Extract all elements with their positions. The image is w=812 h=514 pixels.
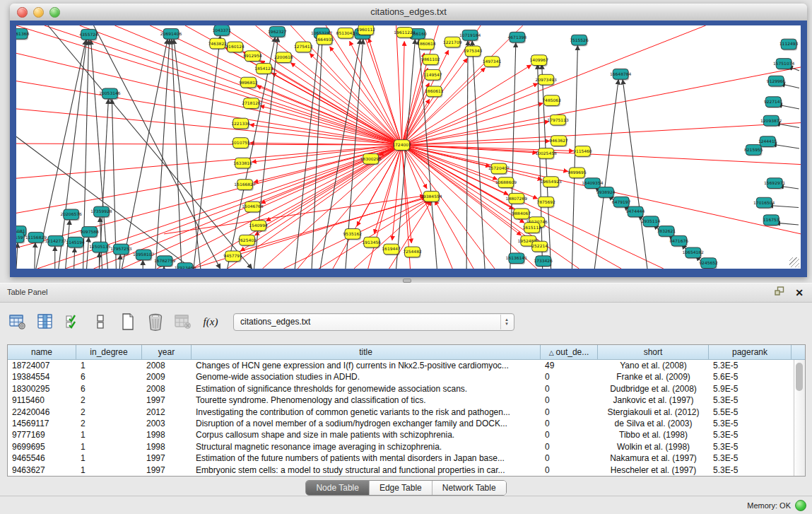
graph-node[interactable]: 2200618 (274, 52, 293, 64)
graph-node[interactable]: 2935114 (642, 216, 661, 228)
graph-node[interactable]: 15692971 (764, 178, 786, 189)
table-row[interactable]: 911546021997Tourette syndrome. Phenomeno… (8, 395, 794, 406)
table-row[interactable]: 1872400712008Changes of HCN gene express… (8, 360, 794, 371)
network-window-titlebar[interactable]: citations_edges.txt (10, 4, 807, 21)
graph-node[interactable]: 1275413 (294, 42, 313, 53)
graph-node[interactable]: 1409967 (529, 55, 548, 66)
graph-node[interactable]: 7515526 (570, 35, 589, 46)
table-selector-dropdown[interactable]: citations_edges.txt ▲▼ (233, 313, 514, 331)
graph-node[interactable]: 17016504 (753, 197, 775, 209)
graph-node[interactable]: 6479197 (612, 197, 631, 208)
graph-node[interactable]: 7485063 (542, 95, 561, 107)
graph-node[interactable]: 20973493 (535, 74, 557, 86)
table-row[interactable]: 946554611997Estimation of the future num… (8, 452, 794, 464)
graph-node[interactable]: 9861102 (421, 54, 440, 66)
float-panel-icon[interactable] (775, 286, 785, 299)
graph-node[interactable]: 15720407 (488, 163, 510, 175)
graph-node[interactable]: 1962327 (268, 26, 287, 37)
zoom-window-button[interactable] (49, 7, 60, 18)
graph-node[interactable]: 10958107 (133, 250, 155, 261)
column-header-pagerank[interactable]: pagerank (709, 345, 792, 359)
select-rows-icon[interactable] (64, 313, 82, 331)
table-row[interactable]: 2242004622012Investigating the contribut… (8, 407, 794, 418)
graph-node[interactable]: 9938924 (596, 187, 616, 199)
table-row[interactable]: 1456911722003Disruption of a novel membe… (8, 418, 794, 429)
graph-node[interactable]: 1497341 (483, 57, 502, 68)
graph-node[interactable]: 33159 (16, 232, 25, 243)
graph-node[interactable]: 1615112 (522, 223, 541, 234)
graph-node[interactable]: 7254482 (403, 247, 422, 258)
graph-node[interactable]: 7625402 (237, 235, 257, 246)
graph-node[interactable]: 9474444 (626, 206, 645, 218)
memory-ok-indicator[interactable] (795, 500, 806, 511)
tab-node-table[interactable]: Node Table (306, 481, 370, 495)
graph-node[interactable]: 10719184 (459, 30, 481, 41)
graph-node[interactable]: 8912954 (243, 51, 262, 62)
graph-node[interactable]: 12923468 (175, 263, 196, 269)
graph-node[interactable]: 10654182 (683, 247, 705, 259)
graph-node[interactable]: 1975343 (464, 46, 483, 57)
graph-node[interactable]: 19611224 (394, 27, 416, 38)
graph-node[interactable]: 20206576 (60, 209, 82, 221)
graph-node[interactable]: 15046768 (242, 201, 264, 213)
graph-node[interactable]: 1860618 (417, 39, 436, 50)
graph-node[interactable]: 19654923 (540, 177, 562, 188)
delete-table-icon[interactable] (174, 313, 192, 331)
graph-node[interactable]: 8215955 (744, 145, 763, 156)
graph-node[interactable]: 12142737 (45, 235, 67, 247)
minimize-window-button[interactable] (33, 7, 44, 18)
graph-node[interactable]: 2718126 (242, 98, 261, 110)
scrollbar-thumb[interactable] (796, 363, 803, 391)
graph-node[interactable]: 10688609 (495, 177, 517, 189)
tab-edge-table[interactable]: Edge Table (370, 481, 433, 495)
graph-node[interactable]: 18300295 (360, 153, 382, 165)
graph-node[interactable]: 1149547 (423, 69, 442, 81)
graph-node[interactable]: 8471676 (670, 235, 689, 247)
table-row[interactable]: 1938455462009Genome-wide association stu… (8, 371, 794, 382)
graph-node[interactable]: 15751074 (773, 59, 795, 70)
network-graph-canvas[interactable]: 8461368435572420691406104337119623271065… (16, 25, 801, 269)
graph-node[interactable]: 1664935 (315, 34, 334, 45)
graph-node[interactable]: 9535162 (343, 228, 363, 240)
table-scrollbar[interactable] (794, 360, 805, 476)
table-column-icon[interactable] (36, 313, 54, 331)
graph-node[interactable]: 9097588 (80, 227, 99, 238)
graph-node[interactable]: 9896812 (239, 77, 258, 88)
close-panel-icon[interactable]: ✕ (795, 287, 804, 298)
graph-node[interactable]: 1913456 (362, 237, 381, 248)
graph-node[interactable]: 252214 (531, 241, 548, 252)
graph-node[interactable]: 20691406 (160, 28, 182, 40)
graph-node[interactable]: 1733426 (534, 256, 553, 267)
graph-node[interactable]: 17957253 (110, 244, 132, 255)
graph-node[interactable]: 9129966 (767, 76, 786, 87)
graph-node[interactable]: 9884067 (512, 209, 531, 220)
table-row[interactable]: 1830029562008Estimation of significance … (8, 383, 794, 395)
graph-node[interactable]: 9457791 (223, 251, 242, 262)
graph-node[interactable]: 1854123 (254, 64, 273, 75)
table-row[interactable]: 977716911998Corpus callosum shape and si… (8, 429, 794, 440)
graph-node[interactable]: 1043371 (212, 25, 231, 37)
graph-node[interactable]: 1860611 (425, 86, 444, 98)
graph-node[interactable]: 8513043 (336, 28, 355, 39)
trash-icon[interactable] (146, 313, 165, 331)
graph-node[interactable]: 9160124 (225, 42, 245, 53)
column-header-year[interactable]: year (142, 345, 192, 359)
tab-network-table[interactable]: Network Table (433, 481, 506, 495)
graph-node[interactable]: 7463822 (208, 38, 227, 49)
graph-node[interactable]: 4355724 (79, 29, 98, 40)
graph-node[interactable]: 8461368 (16, 28, 29, 40)
graph-node[interactable]: 4671398 (508, 32, 527, 43)
graph-node[interactable]: 1145194 (66, 237, 85, 248)
graph-node[interactable]: 16648784 (610, 69, 632, 80)
graph-node[interactable]: 1960112 (356, 25, 375, 36)
cells-icon[interactable] (91, 313, 110, 331)
graph-node[interactable]: 1540994 (249, 221, 268, 232)
column-header-title[interactable]: title (192, 345, 541, 359)
graph-node[interactable]: 7875692 (536, 197, 555, 208)
graph-node[interactable]: 1724007 (392, 140, 411, 151)
column-header-short[interactable]: short (598, 345, 709, 359)
graph-node[interactable]: 20053146 (99, 88, 121, 100)
graph-node[interactable]: 1112493 (779, 39, 799, 50)
column-header-name[interactable]: name (8, 345, 76, 359)
graph-node[interactable]: 116753 (763, 215, 780, 226)
